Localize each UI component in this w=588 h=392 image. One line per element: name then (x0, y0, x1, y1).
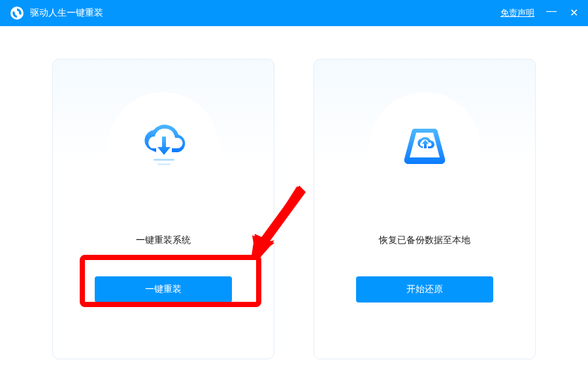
disclaimer-link[interactable]: 免责声明 (500, 7, 534, 19)
titlebar: 驱动人生一键重装 免责声明 — ✕ (0, 0, 588, 26)
reinstall-icon-circle (108, 92, 219, 203)
drive-upload-icon (395, 118, 454, 177)
titlebar-controls: 免责声明 — ✕ (500, 7, 579, 19)
svg-rect-1 (154, 159, 174, 161)
restore-card-title: 恢复已备份数据至本地 (379, 235, 470, 246)
svg-rect-2 (157, 163, 171, 165)
main-content: 一键重装系统 一键重装 恢复已备份数据至本地 开始还原 (0, 26, 588, 359)
restore-card: 恢复已备份数据至本地 开始还原 (314, 59, 536, 359)
restore-button[interactable]: 开始还原 (356, 276, 493, 302)
reinstall-card: 一键重装系统 一键重装 (52, 59, 274, 359)
close-button[interactable]: ✕ (568, 8, 579, 18)
reinstall-button[interactable]: 一键重装 (95, 276, 232, 302)
minimize-button[interactable]: — (546, 6, 557, 16)
app-logo-icon (10, 7, 24, 20)
reinstall-card-title: 一键重装系统 (136, 235, 191, 246)
restore-icon-circle (369, 92, 480, 203)
cloud-download-icon (134, 118, 193, 177)
app-title: 驱动人生一键重装 (30, 7, 103, 19)
